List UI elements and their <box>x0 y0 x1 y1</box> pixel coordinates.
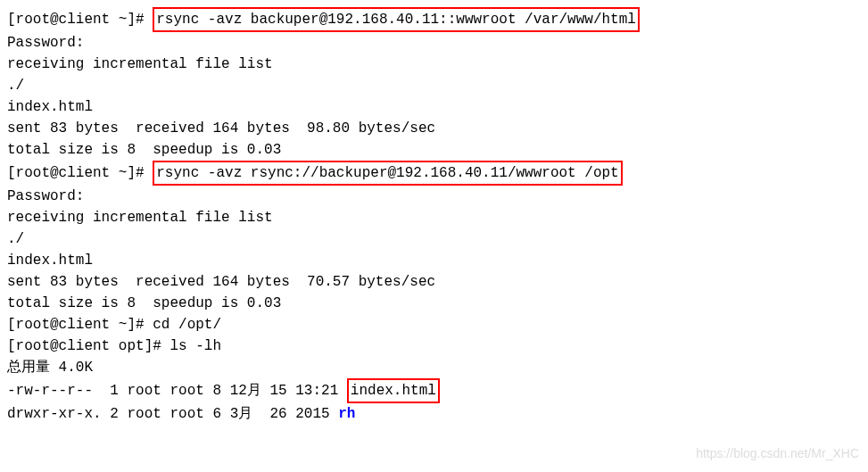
terminal-line: [root@client ~]# cd /opt/ <box>7 314 861 335</box>
terminal-line: ./ <box>7 228 861 250</box>
terminal-line: sent 83 bytes received 164 bytes 98.80 b… <box>7 118 861 139</box>
terminal-line: receiving incremental file list <box>7 207 861 228</box>
file-listing-prefix: -rw-r--r-- 1 root root 8 12月 15 13:21 <box>7 383 347 399</box>
watermark-text: https://blog.csdn.net/Mr_XHC <box>696 444 859 463</box>
highlighted-filename: index.html <box>347 378 440 403</box>
file-listing-prefix: drwxr-xr-x. 2 root root 6 3月 26 2015 <box>7 406 338 422</box>
terminal-line: Password: <box>7 186 861 207</box>
terminal-line: index.html <box>7 250 861 271</box>
terminal-line: ./ <box>7 75 861 96</box>
terminal-line: 总用量 4.0K <box>7 357 861 378</box>
terminal-line: [root@client opt]# ls -lh <box>7 335 861 357</box>
directory-name: rh <box>338 406 355 422</box>
terminal-line: index.html <box>7 96 861 118</box>
highlighted-command-2: rsync -avz rsync://backuper@192.168.40.1… <box>153 161 622 186</box>
terminal-line: sent 83 bytes received 164 bytes 70.57 b… <box>7 271 861 293</box>
terminal-line: Password: <box>7 32 861 54</box>
terminal-line: -rw-r--r-- 1 root root 8 12月 15 13:21 in… <box>7 378 861 403</box>
shell-prompt: [root@client ~]# <box>7 12 153 28</box>
terminal-line: [root@client ~]# rsync -avz backuper@192… <box>7 7 861 32</box>
highlighted-command-1: rsync -avz backuper@192.168.40.11::wwwro… <box>153 7 640 32</box>
shell-prompt: [root@client ~]# <box>7 165 153 181</box>
terminal-line: [root@client ~]# rsync -avz rsync://back… <box>7 161 861 186</box>
terminal-line: total size is 8 speedup is 0.03 <box>7 293 861 314</box>
terminal-line: receiving incremental file list <box>7 54 861 75</box>
terminal-line: drwxr-xr-x. 2 root root 6 3月 26 2015 rh <box>7 403 861 425</box>
terminal-line: total size is 8 speedup is 0.03 <box>7 139 861 161</box>
